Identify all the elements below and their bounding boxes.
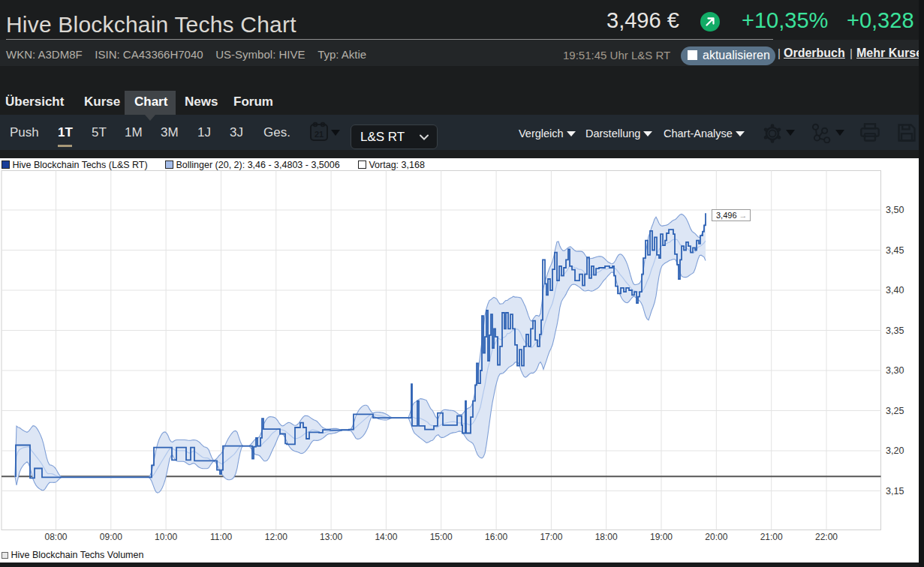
svg-text:21: 21 — [315, 130, 324, 139]
